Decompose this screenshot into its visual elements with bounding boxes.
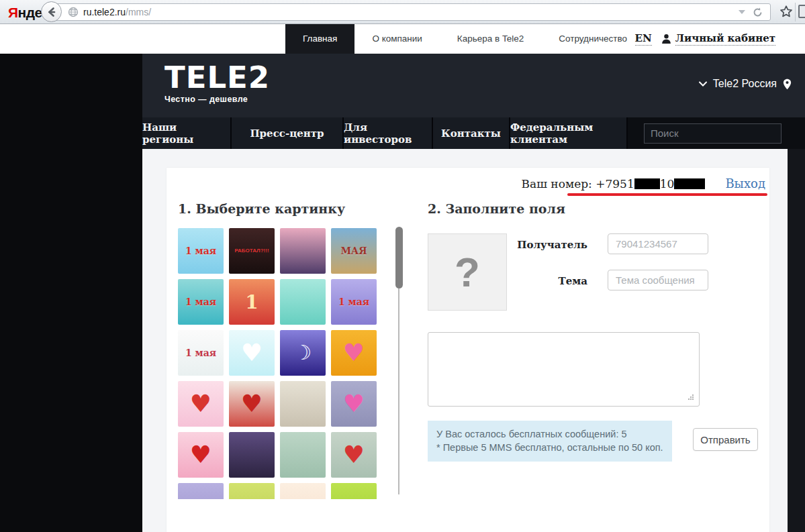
mms-image-tile-bridge-moon-couple[interactable]: ☽ [280, 330, 326, 376]
logout-link[interactable]: Выход [725, 176, 765, 191]
tile-art: ☽ [294, 343, 312, 363]
top-tab[interactable]: Карьера в Tele2 [440, 24, 541, 54]
textarea-resize-grip[interactable] [692, 398, 694, 400]
top-tabs: ГлавнаяО компанииКарьера в Tele2Сотрудни… [285, 24, 645, 54]
free-messages-info: У Вас осталось бесплатных сообщений: 5 *… [428, 421, 672, 462]
corporate-nav-strip: ГлавнаяО компанииКарьера в Tele2Сотрудни… [0, 24, 805, 54]
mms-image-tile-may-1-purple[interactable]: 1 мая [331, 279, 377, 325]
site-search-box[interactable] [644, 123, 782, 144]
subject-input[interactable] [608, 270, 708, 290]
subject-label: Тема [506, 275, 587, 287]
back-button[interactable] [41, 1, 62, 22]
mms-image-tile-may-1-rose[interactable]: 1 [229, 279, 275, 325]
nav-item[interactable]: Для инвесторов [344, 117, 433, 149]
redaction-box [674, 178, 705, 189]
mms-image-tile-may-windmill[interactable]: МАЯ [331, 228, 377, 274]
mms-image-tile-boss-worked-today[interactable]: РАБОТАЛ?!!! [229, 228, 275, 274]
mms-image-tile-hearts-orange[interactable]: ♥ [331, 330, 377, 376]
tile-art: ♥ [241, 392, 263, 416]
tile-art: МАЯ [340, 246, 367, 256]
nav-item[interactable]: Пресс-центр [232, 117, 344, 149]
page-left-margin [0, 54, 142, 532]
cabinet-label: Личный кабинет [675, 32, 775, 46]
mms-content-card: Ваш номер: +795110 Выход 1. Выберите кар… [167, 168, 769, 532]
region-label: Tele2 Россия [713, 78, 777, 90]
search-input[interactable] [651, 127, 784, 139]
tile-art: ♥ [343, 341, 365, 365]
recipient-label: Получатель [506, 239, 587, 251]
bookmark-star-icon[interactable] [779, 5, 793, 18]
top-tab[interactable]: Главная [285, 24, 354, 55]
nav-item[interactable]: Федеральным клиентам [510, 117, 628, 149]
account-info-row: Ваш номер: +795110 Выход [522, 176, 765, 191]
recipient-input[interactable] [608, 233, 708, 254]
mms-image-tile-may-1-rays[interactable]: 1 мая [178, 279, 224, 325]
url-dropdown-icon[interactable] [739, 10, 745, 14]
top-tab[interactable]: О компании [354, 24, 439, 54]
logo-text: TELE2 [164, 62, 270, 93]
mms-image-tile-birdhouse-couple[interactable] [280, 279, 326, 325]
mms-image-tile-labor-made-man[interactable] [280, 228, 326, 274]
globe-icon [68, 7, 79, 17]
mms-image-tile-heart-plate-plaid[interactable]: ♥ [229, 381, 275, 427]
chevron-down-icon [699, 81, 707, 87]
mms-image-tile-cupid-heart-cloud[interactable]: ♥ [229, 330, 275, 376]
location-pin-icon [783, 78, 792, 90]
tile-art: 1 [245, 291, 258, 313]
region-selector[interactable]: Tele2 Россия [699, 78, 792, 90]
language-switch[interactable]: EN [635, 32, 652, 46]
mms-image-tile-cream-clipped[interactable] [280, 483, 326, 499]
mms-image-tile-may-1-balloons[interactable]: 1 мая [178, 228, 224, 274]
tile-art: 1 мая [338, 297, 369, 307]
address-bar[interactable]: ru.tele2.ru/mms/ [52, 3, 771, 21]
site-header: TELE2 Честно — дешевле Tele2 Россия [142, 54, 805, 117]
tile-art: 1 мая [185, 297, 216, 307]
grid-scrollbar-thumb[interactable] [395, 227, 403, 288]
user-icon [661, 34, 671, 44]
bookmarks-panel-icon[interactable] [798, 5, 805, 18]
tele2-logo[interactable]: TELE2 Честно — дешевле [164, 62, 270, 104]
top-tab[interactable]: Сотрудничество [541, 24, 645, 54]
redaction-box [634, 178, 660, 189]
image-tile-grid: 1 маяРАБОТАЛ?!!!МАЯ1 мая11 мая1 мая♥☽♥♥♥… [178, 228, 379, 499]
mms-image-tile-hallway-scene[interactable] [280, 432, 326, 478]
tile-art: 1 мая [185, 246, 216, 256]
mms-image-tile-bright-green-clipped[interactable] [331, 483, 377, 499]
grid-scrollbar-track[interactable] [398, 288, 399, 494]
mms-image-tile-lavender-clipped[interactable] [178, 483, 224, 499]
tile-art: ♥ [343, 392, 365, 416]
info-line-2: * Первые 5 MMS бесплатно, остальные по 5… [436, 441, 663, 454]
back-arrow-icon [46, 6, 58, 18]
tile-art: РАБОТАЛ?!!! [234, 248, 269, 254]
tile-art: ♥ [190, 443, 211, 467]
reload-icon[interactable] [752, 7, 763, 18]
nav-item[interactable]: Наши регионы [142, 117, 232, 149]
tile-art: 1 мая [185, 348, 216, 358]
mms-image-tile-horse-couple-scene[interactable] [280, 381, 326, 427]
mms-image-tile-cherubs-kiss[interactable]: ♥ [178, 381, 224, 427]
tile-art: ♥ [241, 341, 263, 365]
site-nav-bar: Наши регионыПресс-центрДля инвесторовКон… [142, 117, 805, 149]
personal-cabinet-link[interactable]: Личный кабинет [661, 32, 775, 46]
mms-image-tile-may-1-carnations[interactable]: 1 мая [178, 330, 224, 376]
mms-image-tile-green-hearts-clipped[interactable] [229, 483, 275, 499]
nav-item[interactable]: Контакты [433, 117, 510, 149]
mms-image-tile-big-heart-couple[interactable]: ♥ [331, 381, 377, 427]
tile-art: ♥ [190, 392, 211, 416]
send-button[interactable]: Отправить [693, 428, 758, 451]
toolbar-divider [795, 3, 796, 21]
section-title-fill-fields: 2. Заполните поля [428, 201, 565, 216]
red-underline [567, 193, 767, 196]
your-number-text: Ваш номер: +795110 [522, 177, 706, 191]
mms-image-tile-teddy-bears-heart[interactable]: ♥ [331, 432, 377, 478]
url-text: ru.tele2.ru/mms/ [83, 7, 151, 17]
mms-image-tile-cherubs-red-heart[interactable]: ♥ [178, 432, 224, 478]
mms-preview-placeholder: ? [428, 233, 507, 311]
logo-tagline: Честно — дешевле [164, 95, 270, 104]
browser-toolbar: Яндекс ru.tele2.ru/mms/ [0, 0, 805, 24]
mms-image-tile-dark-purple-scene[interactable] [229, 432, 275, 478]
tile-art: ♥ [343, 443, 365, 467]
question-mark-icon: ? [455, 248, 480, 296]
message-textarea[interactable] [428, 332, 700, 407]
section-title-pick-image: 1. Выберите картинку [178, 201, 345, 216]
